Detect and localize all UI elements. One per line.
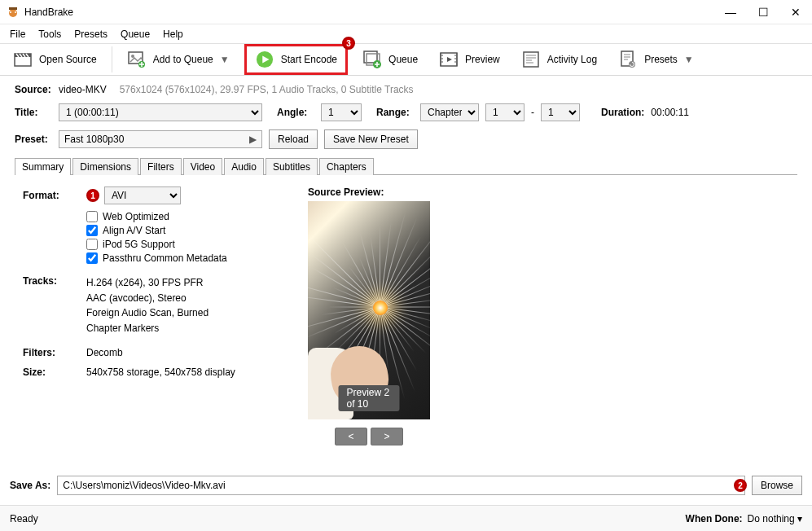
preset-label: Preset: [15, 134, 52, 145]
toolbar-separator [112, 46, 112, 72]
preset-value: Fast 1080p30 [64, 134, 124, 145]
log-icon [521, 50, 541, 69]
svg-rect-1 [9, 7, 17, 10]
image-plus-icon [127, 50, 147, 69]
duration-value: 00:00:11 [651, 107, 689, 118]
format-label: Format: [23, 190, 86, 201]
open-source-button[interactable]: Open Source [7, 46, 103, 72]
range-type-select[interactable]: Chapters [420, 103, 479, 121]
play-arrow-icon: ▶ [249, 134, 257, 145]
source-label: Source: [15, 84, 52, 95]
tracks-list: H.264 (x264), 30 FPS PFR AAC (avcodec), … [86, 275, 208, 336]
preview-prev-button[interactable]: < [335, 428, 367, 445]
track-line: Foreign Audio Scan, Burned [86, 305, 208, 321]
svg-rect-13 [524, 52, 538, 67]
annotation-badge-2: 2 [734, 479, 747, 492]
track-line: AAC (avcodec), Stereo [86, 291, 208, 306]
tab-filters[interactable]: Filters [140, 158, 182, 175]
range-to-select[interactable]: 1 [541, 103, 580, 121]
track-line: H.264 (x264), 30 FPS PFR [86, 275, 208, 291]
tabs: Summary Dimensions Filters Video Audio S… [15, 157, 797, 454]
tab-summary[interactable]: Summary [15, 158, 71, 175]
browse-button[interactable]: Browse [752, 476, 802, 495]
svg-point-2 [10, 11, 11, 13]
filters-value: Decomb [86, 347, 123, 358]
menu-queue[interactable]: Queue [114, 27, 156, 42]
activity-log-button[interactable]: Activity Log [515, 46, 604, 72]
svg-point-6 [131, 55, 134, 58]
menu-help[interactable]: Help [156, 27, 190, 42]
preview-heading: Source Preview: [308, 187, 430, 198]
statusbar: Ready When Done: Do nothing ▾ [0, 505, 812, 531]
open-source-label: Open Source [39, 54, 97, 65]
preview-counter: Preview 2 of 10 [339, 385, 400, 411]
preview-button[interactable]: Preview [432, 46, 507, 72]
svg-point-3 [15, 11, 16, 13]
maximize-button[interactable]: ☐ [747, 0, 779, 24]
source-row: Source: video-MKV 576x1024 (576x1024), 2… [15, 84, 797, 95]
close-button[interactable]: ✕ [779, 0, 812, 24]
queue-icon [362, 50, 382, 69]
preview-icon [439, 50, 459, 69]
menu-tools[interactable]: Tools [32, 27, 68, 42]
angle-label: Angle: [277, 107, 314, 118]
save-as-label: Save As: [10, 480, 50, 491]
app-icon [7, 6, 20, 19]
window-titlebar: HandBrake — ☐ ✕ [0, 0, 812, 24]
menubar: File Tools Presets Queue Help [0, 24, 812, 43]
title-row: Title: 1 (00:00:11) Angle: 1 Range: Chap… [15, 103, 797, 121]
preview-next-button[interactable]: > [371, 428, 403, 445]
angle-select[interactable]: 1 [321, 103, 362, 121]
content-area: Source: video-MKV 576x1024 (576x1024), 2… [0, 76, 812, 454]
title-label: Title: [15, 107, 52, 118]
tab-dimensions[interactable]: Dimensions [72, 158, 138, 175]
add-to-queue-label: Add to Queue [153, 54, 213, 65]
add-to-queue-button[interactable]: Add to Queue ▼ [121, 46, 236, 72]
range-separator: - [531, 107, 534, 118]
tab-video[interactable]: Video [183, 158, 222, 175]
save-as-input[interactable] [57, 476, 745, 495]
play-icon [255, 50, 274, 69]
tab-audio[interactable]: Audio [224, 158, 264, 175]
svg-point-0 [9, 9, 17, 17]
minimize-button[interactable]: — [714, 0, 747, 24]
title-select[interactable]: 1 (00:00:11) [59, 103, 262, 121]
menu-presets[interactable]: Presets [68, 27, 114, 42]
start-encode-label: Start Encode [281, 54, 337, 65]
tracks-label: Tracks: [23, 275, 86, 287]
checkbox-ipod[interactable]: iPod 5G Support [86, 239, 275, 250]
activity-log-label: Activity Log [547, 54, 597, 65]
reload-button[interactable]: Reload [269, 129, 318, 149]
when-done-select[interactable]: Do nothing ▾ [748, 513, 802, 524]
checkbox-passthru-meta[interactable]: Passthru Common Metadata [86, 252, 275, 264]
tab-panel-summary: Format: 1 AVI Web Optimized Align A/V St… [15, 175, 797, 454]
tab-subtitles[interactable]: Subtitles [266, 158, 318, 175]
range-from-select[interactable]: 1 [485, 103, 525, 121]
start-encode-button[interactable]: Start Encode [244, 44, 348, 75]
status-text: Ready [10, 513, 38, 524]
size-label: Size: [23, 366, 86, 378]
queue-button[interactable]: Queue [356, 46, 424, 72]
tab-chapters[interactable]: Chapters [319, 158, 374, 175]
toolbar: Open Source Add to Queue ▼ Start Encode … [0, 43, 812, 76]
filters-label: Filters: [23, 347, 86, 358]
source-name: video-MKV [59, 84, 107, 95]
queue-label: Queue [388, 54, 418, 65]
save-as-row: Save As: 2 Browse [0, 476, 812, 495]
presets-button[interactable]: Presets ▼ [612, 46, 700, 72]
size-value: 540x758 storage, 540x758 display [86, 366, 235, 378]
checkbox-align-av[interactable]: Align A/V Start [86, 225, 275, 236]
tabstrip: Summary Dimensions Filters Video Audio S… [15, 157, 797, 175]
checkbox-web-optimized[interactable]: Web Optimized [86, 211, 275, 222]
format-select[interactable]: AVI [104, 187, 181, 204]
annotation-badge-3: 3 [342, 37, 355, 50]
preset-select[interactable]: Fast 1080p30 ▶ [59, 130, 262, 148]
duration-label: Duration: [601, 107, 644, 118]
preview-label: Preview [465, 54, 500, 65]
menu-file[interactable]: File [3, 27, 32, 42]
when-done-label: When Done: [686, 513, 743, 524]
annotation-badge-1: 1 [86, 189, 99, 202]
source-preview-image: Preview 2 of 10 [308, 201, 430, 419]
save-new-preset-button[interactable]: Save New Preset [324, 129, 418, 149]
preset-row: Preset: Fast 1080p30 ▶ Reload Save New P… [15, 129, 797, 149]
